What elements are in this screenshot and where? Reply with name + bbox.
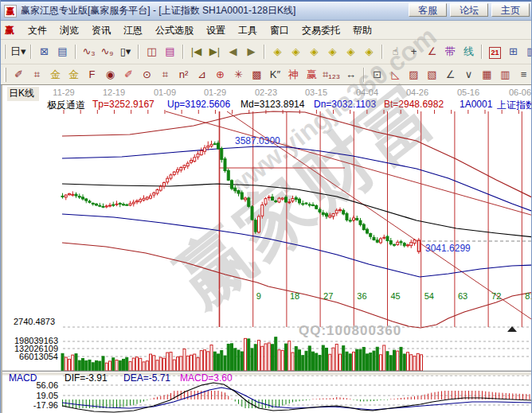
- pane-marker-triangle[interactable]: [507, 326, 517, 332]
- red-pen-icon[interactable]: ✐: [120, 67, 137, 83]
- fan-box-icon[interactable]: ▨: [405, 67, 422, 83]
- candle-body: [204, 148, 206, 151]
- volume-bar: [194, 354, 196, 371]
- k-mark-icon[interactable]: K″: [267, 67, 284, 83]
- toolbar-grip[interactable]: [4, 45, 6, 59]
- period-day-dropdown[interactable]: 日▾: [10, 44, 26, 60]
- volume-bar: [251, 349, 253, 371]
- switch-view-icon[interactable]: ◫: [143, 44, 160, 60]
- prev-page-icon[interactable]: ◀: [225, 44, 241, 60]
- gann-diamond-center-icon[interactable]: ◈: [269, 44, 286, 60]
- candle-body: [119, 204, 121, 205]
- first-page-icon[interactable]: |◀: [188, 44, 205, 60]
- box-tool-icon[interactable]: ⊡: [369, 67, 385, 83]
- volume-bar: [362, 347, 365, 371]
- gann-number: 36: [357, 291, 366, 301]
- candle-body: [75, 194, 77, 196]
- volume-bar: [68, 359, 71, 371]
- gold-grid-1-icon[interactable]: 金: [47, 67, 64, 83]
- candle-body: [407, 245, 409, 246]
- candle-body: [400, 242, 402, 243]
- grid-solid-icon[interactable]: ▦: [479, 67, 495, 83]
- menu-item-窗口[interactable]: 窗口: [264, 22, 295, 39]
- square-web-icon[interactable]: ▩: [248, 67, 265, 83]
- menu-item-江恩[interactable]: 江恩: [117, 22, 149, 39]
- candle-body: [139, 200, 142, 201]
- fan-corner-icon[interactable]: ▧: [424, 67, 440, 83]
- calendar-21-icon[interactable]: 21: [487, 44, 503, 60]
- menu-item-帮助[interactable]: 帮助: [346, 22, 378, 39]
- angle-line-tool-icon[interactable]: ∠: [424, 44, 440, 60]
- compass-icon[interactable]: ⊕: [212, 67, 229, 83]
- gann-diamond-left-icon[interactable]: ◈: [306, 44, 323, 60]
- toolbar-grip[interactable]: [4, 68, 6, 82]
- gold-grid-2-icon[interactable]: 金: [65, 67, 82, 83]
- ying-grid-icon[interactable]: 赢: [303, 67, 320, 83]
- next-page-icon[interactable]: ▶: [243, 44, 260, 60]
- n-square-icon[interactable]: n²: [175, 67, 192, 83]
- candle-body: [88, 201, 91, 202]
- menu-item-工具[interactable]: 工具: [232, 22, 264, 39]
- grid-lines-icon[interactable]: ▥: [497, 67, 514, 83]
- menu-item-交易委托[interactable]: 交易委托: [295, 22, 346, 39]
- info-browser-icon[interactable]: ⊠: [36, 44, 53, 60]
- angle-lines-icon[interactable]: ∠: [442, 67, 459, 83]
- time-circle-icon[interactable]: ⊙: [139, 67, 155, 83]
- gann-diamond-both-icon[interactable]: ◈: [324, 44, 341, 60]
- menu-item-浏览[interactable]: 浏览: [53, 22, 85, 39]
- gann-diamond-right-icon[interactable]: ◈: [288, 44, 304, 60]
- gann-diamond-down-icon[interactable]: ◈: [361, 44, 377, 60]
- candle-body: [207, 146, 209, 147]
- forum-button[interactable]: 论坛: [450, 3, 488, 17]
- volume-bar: [75, 354, 77, 371]
- volume-bar: [397, 351, 399, 371]
- width-measure-icon[interactable]: ↔: [342, 67, 359, 83]
- toolbar-separator: [30, 45, 32, 59]
- parallel-lines-icon[interactable]: ≡: [515, 67, 532, 83]
- candle-body: [96, 204, 98, 205]
- memo-icon[interactable]: ▥: [523, 44, 532, 60]
- candle-body: [143, 198, 145, 200]
- f-grid-icon[interactable]: F: [84, 67, 100, 83]
- candle-body: [308, 205, 311, 205]
- last-page-icon[interactable]: ▶|: [206, 44, 223, 60]
- macd-hist-value: MACD=3.60: [180, 372, 233, 384]
- menu-item-资讯[interactable]: 资讯: [85, 22, 117, 39]
- ruler-123-icon[interactable]: ⌗₁₂₃: [322, 67, 341, 83]
- spiral-tool-icon[interactable]: ◉: [102, 67, 119, 83]
- menu-item-文件[interactable]: 文件: [22, 22, 53, 39]
- home-button[interactable]: 主页: [491, 3, 530, 17]
- color-histogram-icon[interactable]: ▤: [162, 44, 178, 60]
- volume-bar: [153, 356, 155, 371]
- wave-3-icon[interactable]: ∿₃: [80, 44, 97, 60]
- service-button[interactable]: 客服: [409, 3, 447, 17]
- multiline-tool-icon[interactable]: 线: [460, 44, 477, 60]
- candle-body: [397, 242, 399, 244]
- shen-grid-icon[interactable]: 神: [285, 67, 302, 83]
- crosshair-tool-icon[interactable]: +: [405, 44, 422, 60]
- dense-grid-icon[interactable]: ⌗: [157, 67, 174, 83]
- menu-item-公式选股[interactable]: 公式选股: [149, 22, 200, 39]
- candle-body: [261, 205, 264, 216]
- gann-grid-icon[interactable]: ⌗: [29, 67, 45, 83]
- pen-tool-icon[interactable]: ✐: [10, 67, 27, 83]
- candle-body: [173, 172, 175, 174]
- wave-9-icon[interactable]: ∿₉: [99, 44, 115, 60]
- band-tool-icon[interactable]: 带: [442, 44, 459, 60]
- wave-v-icon[interactable]: ∨: [460, 67, 477, 83]
- f10-report-icon[interactable]: ▤: [54, 44, 71, 60]
- chart-area[interactable]: 日K线 11-2912-1901-0901-2902-2303-1504-040…: [1, 85, 532, 413]
- angle-ruler-icon[interactable]: ⊿: [194, 67, 210, 83]
- calculator-icon[interactable]: ⊞: [505, 44, 522, 60]
- hand-tool-icon[interactable]: ☝: [387, 44, 404, 60]
- candle-body: [221, 149, 223, 160]
- last-candle-body: [417, 240, 420, 251]
- gann-diamond-up-icon[interactable]: ◈: [342, 44, 359, 60]
- fan-rays-icon[interactable]: ◺: [387, 67, 404, 83]
- volume-bar: [383, 345, 385, 371]
- kline-style-dropdown[interactable]: ▯▾: [117, 44, 134, 60]
- star-web-icon[interactable]: ✳: [230, 67, 247, 83]
- volume-bar: [370, 353, 372, 371]
- menu-item-设置[interactable]: 设置: [200, 22, 232, 39]
- candle-body: [281, 198, 284, 199]
